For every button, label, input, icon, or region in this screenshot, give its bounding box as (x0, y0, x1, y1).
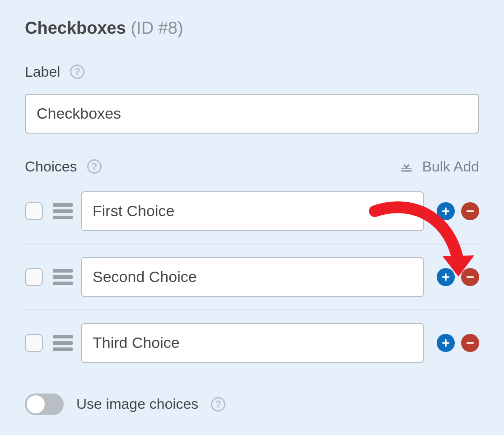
image-choices-row: Use image choices ? (25, 393, 479, 415)
label-text: Label (25, 64, 60, 80)
drag-handle-icon[interactable] (51, 203, 73, 219)
choice-default-checkbox[interactable] (25, 334, 43, 352)
add-choice-button[interactable] (437, 202, 455, 220)
drag-handle-icon[interactable] (51, 269, 73, 285)
choice-default-checkbox[interactable] (25, 202, 43, 220)
help-icon[interactable]: ? (87, 159, 102, 174)
label-section-header: Label ? (25, 64, 479, 80)
label-input[interactable] (25, 94, 479, 134)
choice-row (25, 188, 479, 245)
download-icon (399, 159, 414, 174)
add-choice-button[interactable] (437, 334, 455, 352)
panel-title: Checkboxes (ID #8) (25, 18, 479, 39)
remove-choice-button[interactable] (461, 202, 479, 220)
choices-list (25, 188, 479, 375)
choice-input[interactable] (81, 191, 424, 231)
svg-rect-7 (442, 342, 450, 344)
svg-rect-5 (467, 276, 474, 278)
choice-default-checkbox[interactable] (25, 268, 43, 286)
remove-choice-button[interactable] (461, 268, 479, 286)
image-choices-label: Use image choices (76, 396, 198, 412)
choices-header: Choices ? Bulk Add (25, 158, 479, 175)
bulk-add-button[interactable]: Bulk Add (399, 158, 479, 175)
choice-row (25, 245, 479, 310)
field-settings-panel: Checkboxes (ID #8) Label ? Choices ? Bul… (0, 0, 504, 429)
svg-rect-2 (467, 210, 474, 212)
bulk-add-label: Bulk Add (422, 158, 479, 175)
svg-rect-8 (467, 342, 474, 344)
field-id-text: (ID #8) (131, 19, 183, 37)
svg-rect-1 (442, 210, 450, 212)
image-choices-toggle[interactable] (25, 393, 64, 415)
field-type-title: Checkboxes (25, 19, 126, 37)
choice-input[interactable] (81, 323, 424, 363)
svg-rect-4 (442, 276, 450, 278)
drag-handle-icon[interactable] (51, 335, 73, 351)
help-icon[interactable]: ? (211, 397, 225, 412)
add-choice-button[interactable] (437, 268, 455, 286)
choices-label: Choices (25, 158, 77, 175)
remove-choice-button[interactable] (461, 334, 479, 352)
choice-row (25, 310, 479, 375)
choice-input[interactable] (81, 257, 424, 297)
help-icon[interactable]: ? (70, 65, 84, 79)
